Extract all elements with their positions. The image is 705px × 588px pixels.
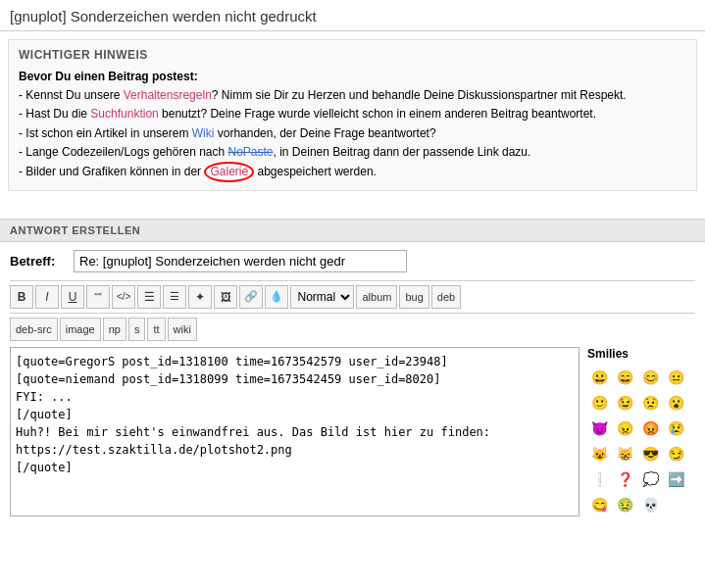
tag-deb[interactable]: deb	[431, 285, 461, 309]
warning-line-4: - Lange Codezeilen/Logs gehören nach NoP…	[19, 145, 530, 159]
suchfunktion-link[interactable]: Suchfunktion	[90, 107, 158, 121]
smiley-4[interactable]: 😐	[664, 366, 687, 389]
smiley-22[interactable]: 🤢	[613, 493, 636, 516]
list2-btn[interactable]: ☰	[163, 285, 186, 309]
smiley-12[interactable]: 😢	[664, 416, 687, 440]
subject-input[interactable]	[74, 250, 407, 272]
smiley-10[interactable]: 😠	[613, 416, 636, 440]
warning-line-2: - Hast Du die Suchfunktion benutzt? Dein…	[19, 107, 596, 121]
smilies-panel: Smilies 😀 😄 😊 😐 🙂 😉 😟 😮 😈 😠 😡 😢 😺 😸 😎 😏 …	[587, 347, 695, 516]
smiley-13[interactable]: 😺	[587, 442, 611, 466]
smiley-5[interactable]: 🙂	[587, 391, 611, 415]
tag-wiki[interactable]: wiki	[168, 318, 197, 341]
warning-intro: Bevor Du einen Beitrag postest:	[19, 70, 198, 83]
toolbar: B I U “” </> ☰ ☰ ✦ 🖼 🔗 💧 Normal H1 H2 H3…	[10, 280, 695, 314]
warning-line-1: - Kennst Du unsere Verhaltensregeln? Nim…	[19, 88, 627, 102]
smiley-3[interactable]: 😊	[638, 366, 662, 389]
code-btn[interactable]: </>	[112, 285, 135, 309]
smiley-1[interactable]: 😀	[587, 366, 611, 389]
italic-btn[interactable]: I	[35, 285, 59, 309]
quote-btn[interactable]: “”	[86, 285, 110, 309]
tag-np[interactable]: np	[103, 318, 126, 341]
warning-line-3: - Ist schon ein Artikel in unserem Wiki …	[19, 126, 436, 140]
form-area: Betreff: B I U “” </> ☰ ☰ ✦ 🖼 🔗 💧 Normal…	[0, 242, 705, 524]
section-header: ANTWORT ERSTELLEN	[0, 219, 705, 242]
smiley-18[interactable]: ❓	[613, 467, 636, 491]
smiley-2[interactable]: 😄	[613, 366, 636, 389]
content-area: [quote=GregorS post_id=1318100 time=1673…	[10, 347, 695, 516]
color-btn[interactable]: 💧	[265, 285, 288, 309]
warning-content: Bevor Du einen Beitrag postest: - Kennst…	[19, 68, 686, 182]
galerie-link[interactable]: Galerie	[204, 162, 254, 182]
smilies-title: Smilies	[587, 347, 695, 361]
tag-deb-src[interactable]: deb-src	[10, 318, 58, 341]
smiley-20[interactable]: ➡️	[664, 467, 687, 491]
list1-btn[interactable]: ☰	[137, 285, 161, 309]
smiley-7[interactable]: 😟	[638, 391, 662, 415]
smiley-6[interactable]: 😉	[613, 391, 636, 415]
underline-btn[interactable]: U	[61, 285, 84, 309]
smiley-8[interactable]: 😮	[664, 391, 687, 415]
smiley-17[interactable]: ❕	[587, 467, 611, 491]
image-btn[interactable]: 🖼	[214, 285, 237, 309]
smilies-grid: 😀 😄 😊 😐 🙂 😉 😟 😮 😈 😠 😡 😢 😺 😸 😎 😏 ❕ ❓ 💭	[587, 366, 695, 516]
warning-box: WICHTIGER HINWEIS Bevor Du einen Beitrag…	[8, 39, 697, 191]
link-btn[interactable]: 🔗	[239, 285, 263, 309]
tag-tt[interactable]: tt	[147, 318, 165, 341]
smiley-16[interactable]: 😏	[664, 442, 687, 466]
star-btn[interactable]: ✦	[188, 285, 212, 309]
nopaste-link[interactable]: NoPaste	[228, 145, 274, 159]
smiley-11[interactable]: 😡	[638, 416, 662, 440]
subject-row: Betreff:	[10, 250, 695, 272]
smiley-23[interactable]: 💀	[638, 493, 662, 516]
warning-line-5: - Bilder und Grafiken können in der Gale…	[19, 165, 377, 178]
verhaltensregeln-link[interactable]: Verhaltensregeln	[124, 88, 212, 102]
warning-title: WICHTIGER HINWEIS	[19, 48, 686, 62]
smiley-9[interactable]: 😈	[587, 416, 611, 440]
wiki-link[interactable]: Wiki	[192, 126, 215, 140]
tag-album[interactable]: album	[356, 285, 397, 309]
tag-s[interactable]: s	[128, 318, 146, 341]
smiley-19[interactable]: 💭	[638, 467, 662, 491]
bold-btn[interactable]: B	[10, 285, 33, 309]
smiley-15[interactable]: 😎	[638, 442, 662, 466]
page-title: [gnuplot] Sonderzeichen werden nicht ged…	[0, 0, 705, 31]
toolbar-row2: deb-src image np s tt wiki	[10, 318, 695, 341]
format-select[interactable]: Normal H1 H2 H3 H4	[290, 285, 354, 309]
smiley-14[interactable]: 😸	[613, 442, 636, 466]
tag-image[interactable]: image	[60, 318, 101, 341]
message-textarea[interactable]: [quote=GregorS post_id=1318100 time=1673…	[10, 347, 579, 516]
smiley-21[interactable]: 😋	[587, 493, 611, 516]
subject-label: Betreff:	[10, 254, 64, 269]
tag-bug[interactable]: bug	[399, 285, 428, 309]
